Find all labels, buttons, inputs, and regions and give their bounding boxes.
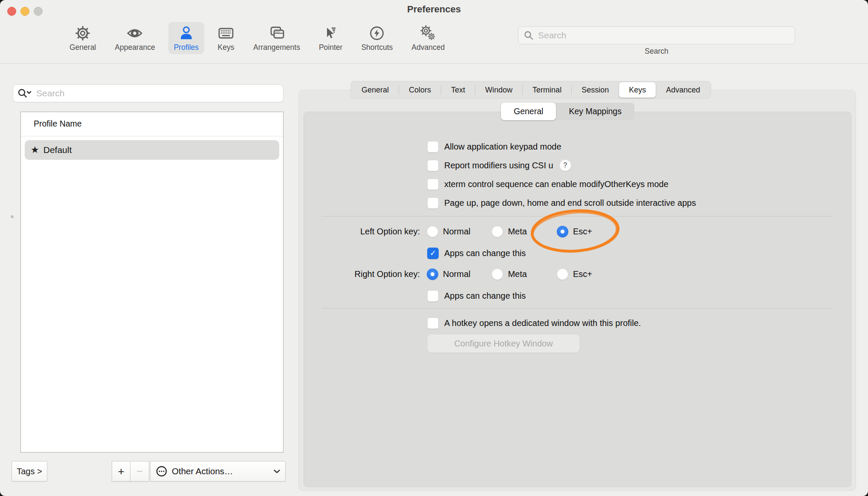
- search-filter-icon: [17, 88, 32, 99]
- radio-left-normal[interactable]: Normal: [427, 226, 470, 237]
- toolbar-item-keys[interactable]: Keys: [212, 22, 240, 54]
- subtab-key-mappings[interactable]: Key Mappings: [556, 103, 634, 120]
- add-profile-button[interactable]: +: [112, 461, 130, 482]
- toolbar-item-pointer[interactable]: Pointer: [313, 22, 348, 54]
- right-option-key-label: Right Option key:: [304, 269, 420, 279]
- tab-text[interactable]: Text: [441, 82, 475, 98]
- toolbar-item-profiles[interactable]: Profiles: [168, 22, 204, 54]
- add-remove-group: + −: [112, 461, 149, 482]
- preferences-toolbar: General Appearance Profiles Keys: [64, 22, 450, 54]
- left-apps-can-change-row: ✓ Apps can change this: [427, 247, 526, 260]
- toolbar-item-shortcuts[interactable]: Shortcuts: [356, 22, 398, 54]
- toolbar-search-field[interactable]: [518, 26, 795, 44]
- checkbox-label: Apps can change this: [444, 248, 526, 258]
- windows-icon: [268, 25, 285, 42]
- radio-right-normal[interactable]: Normal: [427, 268, 470, 280]
- right-apps-can-change-row: Apps can change this: [427, 289, 526, 302]
- bolt-icon: [368, 25, 385, 42]
- toolbar-item-appearance[interactable]: Appearance: [109, 22, 160, 54]
- tab-general[interactable]: General: [352, 82, 399, 98]
- radio-circle-selected[interactable]: [427, 268, 438, 280]
- radio-circle[interactable]: [427, 226, 438, 237]
- help-button[interactable]: ?: [559, 159, 571, 171]
- gear-icon: [74, 25, 91, 42]
- right-option-key-row: Right Option key: Normal Meta Esc+: [304, 268, 592, 280]
- toolbar-item-label: General: [69, 43, 96, 52]
- cursor-icon: [322, 25, 339, 42]
- checkbox-scroll-outside[interactable]: [427, 197, 439, 209]
- toolbar-item-label: Shortcuts: [361, 43, 393, 52]
- tab-keys[interactable]: Keys: [619, 82, 656, 98]
- radio-left-meta[interactable]: Meta: [492, 226, 527, 237]
- section-divider: [322, 216, 832, 216]
- toolbar-item-label: Profiles: [174, 43, 199, 52]
- left-option-key-label: Left Option key:: [304, 227, 420, 236]
- radio-label: Esc+: [573, 269, 592, 279]
- search-icon: [524, 30, 534, 40]
- profile-tab-bar: General Colors Text Window Terminal Sess…: [350, 81, 711, 99]
- eye-icon: [126, 25, 143, 42]
- keys-general-content: Allow application keypad mode Report mod…: [304, 112, 851, 487]
- radio-label: Normal: [443, 269, 470, 279]
- tab-advanced[interactable]: Advanced: [656, 82, 710, 98]
- remove-profile-button: −: [130, 461, 149, 482]
- other-actions-label: Other Actions…: [172, 466, 274, 476]
- toolbar-search-input[interactable]: [537, 30, 790, 41]
- checkbox-row-scroll-outside: Page up, page down, home and end scroll …: [427, 196, 696, 209]
- subtab-general[interactable]: General: [501, 103, 556, 120]
- profile-search-input[interactable]: [35, 88, 279, 99]
- radio-right-esc-plus[interactable]: Esc+: [557, 268, 592, 280]
- radio-circle-selected[interactable]: [557, 226, 568, 237]
- checkbox-row-keypad-mode: Allow application keypad mode: [427, 140, 561, 153]
- profile-list-header: Profile Name: [34, 119, 82, 129]
- profile-search-field[interactable]: [13, 84, 284, 102]
- checkbox-label: Apps can change this: [444, 291, 526, 301]
- preferences-window: Preferences General Appearance Profiles: [0, 0, 868, 496]
- toolbar-item-general[interactable]: General: [64, 22, 101, 54]
- checkbox-label: Page up, page down, home and end scroll …: [444, 198, 696, 208]
- radio-left-esc-plus[interactable]: Esc+: [557, 226, 592, 237]
- profile-list: Profile Name ★ Default: [20, 112, 284, 453]
- checkbox-csi-u[interactable]: [427, 160, 439, 171]
- tab-colors[interactable]: Colors: [399, 82, 441, 98]
- toolbar-item-advanced[interactable]: Advanced: [406, 22, 450, 54]
- checkbox-keypad-mode[interactable]: [427, 141, 439, 153]
- checkbox-hotkey-window[interactable]: [427, 317, 439, 329]
- other-actions-dropdown[interactable]: Other Actions…: [150, 461, 286, 482]
- radio-circle[interactable]: [557, 268, 568, 280]
- chevron-down-icon: [274, 470, 280, 473]
- person-icon: [178, 25, 195, 42]
- hotkey-row: A hotkey opens a dedicated window with t…: [427, 317, 641, 329]
- toolbar-item-label: Keys: [218, 43, 234, 52]
- radio-right-meta[interactable]: Meta: [492, 268, 527, 280]
- toolbar-divider: [0, 63, 868, 63]
- checkbox-right-apps-can-change[interactable]: [427, 290, 439, 302]
- tags-button[interactable]: Tags >: [12, 461, 47, 482]
- checkbox-label: Allow application keypad mode: [444, 142, 561, 152]
- profile-list-header-divider: [21, 136, 283, 136]
- checkbox-modify-other-keys[interactable]: [427, 179, 439, 190]
- radio-circle[interactable]: [492, 268, 503, 280]
- left-option-key-row: Left Option key: Normal Meta Esc+: [304, 225, 592, 238]
- radio-label: Meta: [508, 269, 527, 279]
- tab-session[interactable]: Session: [572, 82, 619, 98]
- checkbox-label: xterm control sequence can enable modify…: [444, 179, 668, 189]
- checkbox-label: A hotkey opens a dedicated window with t…: [444, 318, 641, 328]
- window-title: Preferences: [0, 4, 868, 15]
- radio-circle[interactable]: [492, 226, 503, 237]
- profile-row-default[interactable]: ★ Default: [25, 140, 279, 160]
- keyboard-icon: [217, 25, 234, 42]
- toolbar-item-label: Arrangements: [253, 43, 300, 52]
- checkbox-left-apps-can-change[interactable]: ✓: [427, 248, 439, 259]
- toolbar-item-label: Advanced: [411, 43, 445, 52]
- keys-subtab-bar: General Key Mappings: [501, 103, 634, 120]
- configure-hotkey-window-button: Configure Hotkey Window: [427, 334, 580, 353]
- toolbar-item-arrangements[interactable]: Arrangements: [248, 22, 306, 54]
- tab-terminal[interactable]: Terminal: [523, 82, 571, 98]
- tab-window[interactable]: Window: [475, 82, 522, 98]
- toolbar-search-caption: Search: [518, 47, 795, 56]
- checkbox-label: Report modifiers using CSI u: [444, 161, 553, 170]
- section-divider: [322, 308, 832, 309]
- radio-label: Meta: [508, 227, 527, 236]
- radio-label: Esc+: [573, 227, 592, 236]
